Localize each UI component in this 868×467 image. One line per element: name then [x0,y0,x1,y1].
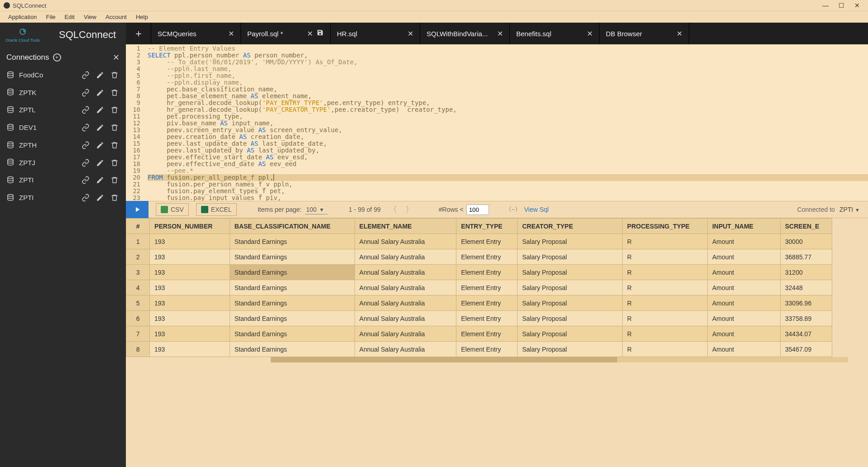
cell[interactable]: 193 [150,234,230,249]
cell[interactable]: Amount [707,249,780,265]
cell[interactable]: Amount [707,280,780,295]
column-header[interactable]: ENTRY_TYPE [456,219,518,234]
column-header[interactable]: PROCESSING_TYPE [623,219,708,234]
tab-close-icon[interactable]: ✕ [587,29,593,38]
table-row[interactable]: 4193Standard EarningsAnnual Salary Austr… [126,280,832,295]
connection-item[interactable]: ZPTI [0,172,126,189]
table-row[interactable]: 3193Standard EarningsAnnual Salary Austr… [126,265,832,280]
link-icon[interactable] [81,88,91,97]
delete-icon[interactable] [110,141,120,149]
delete-icon[interactable] [110,123,120,132]
cell[interactable]: 193 [150,280,230,295]
connection-item[interactable]: ZPTK [0,84,126,101]
cell[interactable]: Standard Earnings [230,249,355,265]
cell[interactable]: Amount [707,295,780,311]
menu-application[interactable]: Application [5,13,41,21]
tab[interactable]: DB Browser✕ [599,23,689,44]
cell[interactable]: 33758.89 [780,311,832,326]
cell[interactable]: Annual Salary Australia [355,280,456,295]
cell[interactable]: 193 [150,295,230,311]
cell[interactable]: Amount [707,311,780,326]
cell[interactable]: Annual Salary Australia [355,249,456,265]
cell[interactable]: Element Entry [456,234,518,249]
tab-close-icon[interactable]: ✕ [408,29,413,38]
edit-icon[interactable] [95,88,105,97]
results-grid[interactable]: #PERSON_NUMBERBASE_CLASSIFICATION_NAMEEL… [126,218,868,467]
connection-item[interactable]: DEV1 [0,119,126,136]
cell[interactable]: R [623,295,708,311]
cell[interactable]: 32448 [780,280,832,295]
items-per-page-select[interactable]: 100 ▾ [305,205,328,214]
column-header[interactable]: INPUT_NAME [707,219,780,234]
tab[interactable]: SQLWithBindVaria...✕ [420,23,510,44]
cell[interactable]: 193 [150,249,230,265]
maximize-button[interactable]: ☐ [839,2,844,9]
tab-close-icon[interactable]: ✕ [676,29,682,38]
tab-close-icon[interactable]: ✕ [497,29,503,38]
cell[interactable]: 34434.07 [780,326,832,342]
column-header[interactable]: # [126,219,150,234]
close-panel-button[interactable]: ✕ [113,52,120,62]
table-row[interactable]: 6193Standard EarningsAnnual Salary Austr… [126,311,832,326]
cell[interactable]: R [623,326,708,342]
next-page-button[interactable]: 〉 [405,204,413,215]
menu-view[interactable]: View [80,13,100,21]
prev-page-button[interactable]: 〈 [389,204,397,215]
delete-icon[interactable] [110,158,120,167]
column-header[interactable]: CREATOR_TYPE [518,219,623,234]
cell[interactable]: Annual Salary Australia [355,342,456,357]
cell[interactable]: 31200 [780,265,832,280]
cell[interactable]: R [623,280,708,295]
cell[interactable]: 33096.96 [780,295,832,311]
cell[interactable]: Salary Proposal [518,295,623,311]
link-icon[interactable] [81,158,91,167]
cell[interactable]: 193 [150,265,230,280]
cell[interactable]: Element Entry [456,280,518,295]
delete-icon[interactable] [110,71,120,79]
delete-icon[interactable] [110,88,120,97]
table-row[interactable]: 8193Standard EarningsAnnual Salary Austr… [126,342,832,357]
cell[interactable]: Standard Earnings [230,342,355,357]
link-icon[interactable] [81,176,91,185]
link-icon[interactable] [81,123,91,132]
cell[interactable]: Salary Proposal [518,234,623,249]
column-header[interactable]: PERSON_NUMBER [150,219,230,234]
new-tab-button[interactable]: ＋ [126,23,151,44]
cell[interactable]: R [623,342,708,357]
cell[interactable]: Amount [707,326,780,342]
cell[interactable]: Element Entry [456,249,518,265]
edit-icon[interactable] [95,106,105,114]
cell[interactable]: Element Entry [456,295,518,311]
view-sql-link[interactable]: 〈··〉 View Sql [505,205,549,214]
cell[interactable]: Amount [707,342,780,357]
delete-icon[interactable] [110,106,120,114]
edit-icon[interactable] [95,123,105,132]
cell[interactable]: Standard Earnings [230,234,355,249]
tab[interactable]: SCMQueries✕ [151,23,241,44]
add-connection-button[interactable]: + [53,53,61,62]
delete-icon[interactable] [110,193,120,202]
minimize-button[interactable]: — [822,2,829,9]
connection-selector[interactable]: ZPTI ▼ [839,206,860,213]
cell[interactable]: Standard Earnings [230,265,355,280]
cell[interactable]: Salary Proposal [518,311,623,326]
cell[interactable]: Annual Salary Australia [355,326,456,342]
edit-icon[interactable] [95,158,105,167]
cell[interactable]: Salary Proposal [518,342,623,357]
tab-close-icon[interactable]: ✕ [228,29,234,38]
menu-file[interactable]: File [43,13,59,21]
run-button[interactable] [126,201,149,218]
cell[interactable]: 36885.77 [780,249,832,265]
cell[interactable]: Salary Proposal [518,265,623,280]
delete-icon[interactable] [110,176,120,185]
cell[interactable]: Amount [707,234,780,249]
tab-close-icon[interactable]: ✕ [307,29,313,38]
tab[interactable]: Benefits.sql✕ [510,23,599,44]
cell[interactable]: Standard Earnings [230,295,355,311]
cell[interactable]: 35467.09 [780,342,832,357]
connection-item[interactable]: FoodCo [0,66,126,84]
tab[interactable]: HR.sql✕ [331,23,420,44]
table-row[interactable]: 1193Standard EarningsAnnual Salary Austr… [126,234,832,249]
edit-icon[interactable] [95,193,105,202]
table-row[interactable]: 5193Standard EarningsAnnual Salary Austr… [126,295,832,311]
